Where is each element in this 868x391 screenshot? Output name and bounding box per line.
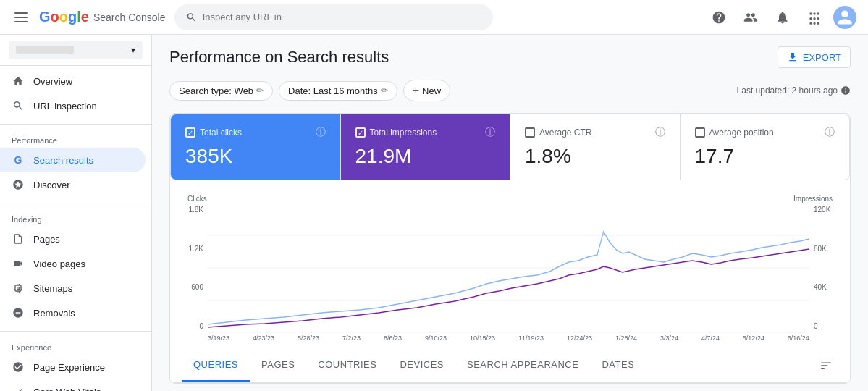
section-title-experience: Experience <box>0 337 151 355</box>
info-icon: ⓘ <box>655 126 665 139</box>
sidebar-item-sitemaps[interactable]: Sitemaps <box>0 276 146 300</box>
tab-dates[interactable]: DATES <box>590 349 646 382</box>
logo: Google Search Console <box>39 9 166 25</box>
apps-icon[interactable] <box>801 4 827 30</box>
checkbox-impressions <box>355 127 366 138</box>
sidebar-item-label: URL inspection <box>33 101 97 112</box>
search-bar[interactable] <box>174 4 493 30</box>
sidebar: ▾ Overview URL inspection Performance G <box>0 35 152 391</box>
filter-icon[interactable] <box>814 349 838 382</box>
sidebar-item-label: Discover <box>33 180 70 190</box>
topbar-icons <box>706 4 856 30</box>
main-content: Performance on Search results EXPORT Sea… <box>152 35 868 391</box>
metric-average-ctr[interactable]: Average CTR ⓘ 1.8% <box>510 114 681 180</box>
metric-value-position: 17.7 <box>695 145 835 168</box>
sidebar-item-page-experience[interactable]: Page Experience <box>0 355 146 379</box>
star-icon <box>12 178 25 191</box>
menu-button[interactable] <box>12 9 30 25</box>
sidebar-item-label: Page Experience <box>33 362 105 373</box>
divider <box>0 203 151 203</box>
metrics-row: Total clicks ⓘ 385K Total impressions ⓘ … <box>170 114 850 180</box>
y-right-label: Impressions <box>793 195 833 203</box>
users-icon[interactable] <box>738 4 764 30</box>
removals-icon <box>12 306 25 319</box>
filters-row: Search type: Web ✏ Date: Last 16 months … <box>169 80 851 101</box>
nav-performance-section: Performance G Search results Discover <box>0 127 151 200</box>
sidebar-item-label: Search results <box>33 155 93 166</box>
avatar[interactable] <box>833 6 856 29</box>
date-filter[interactable]: Date: Last 16 months ✏ <box>279 81 397 101</box>
metric-label: Total impressions ⓘ <box>355 126 496 139</box>
chart-container: Total clicks ⓘ 385K Total impressions ⓘ … <box>169 113 851 384</box>
sidebar-item-label: Removals <box>33 308 75 319</box>
tab-pages[interactable]: PAGES <box>250 349 306 382</box>
notifications-icon[interactable] <box>770 4 796 30</box>
sidebar-item-label: Sitemaps <box>33 283 72 294</box>
metric-label: Total clicks ⓘ <box>185 126 326 139</box>
metric-value-clicks: 385K <box>185 145 326 168</box>
search-type-label: Search type: Web <box>179 85 253 96</box>
tab-queries[interactable]: QUERIES <box>182 349 250 382</box>
tab-devices[interactable]: DEVICES <box>388 349 455 382</box>
property-dropdown[interactable]: ▾ <box>9 41 143 59</box>
info-icon <box>840 85 851 96</box>
section-title-indexing: Indexing <box>0 209 151 227</box>
page-header: Performance on Search results EXPORT <box>169 46 851 68</box>
sidebar-item-url-inspection[interactable]: URL inspection <box>0 93 146 118</box>
metric-average-position[interactable]: Average position ⓘ 17.7 <box>681 114 850 180</box>
help-icon[interactable] <box>706 4 732 30</box>
search-input[interactable] <box>203 12 481 22</box>
checkbox-ctr <box>525 127 535 138</box>
sidebar-item-video-pages[interactable]: Video pages <box>0 251 146 276</box>
search-type-filter[interactable]: Search type: Web ✏ <box>169 81 273 101</box>
chart-svg-container: 3/19/23 4/23/23 5/28/23 7/2/23 8/6/23 9/… <box>208 203 809 343</box>
sidebar-item-label: Core Web Vitals <box>33 387 101 392</box>
last-updated: Last updated: 2 hours ago <box>737 85 851 96</box>
tab-countries[interactable]: COUNTRIES <box>306 349 388 382</box>
metric-label: Average CTR ⓘ <box>525 126 665 139</box>
new-label: New <box>422 85 441 96</box>
last-updated-text: Last updated: 2 hours ago <box>737 85 838 96</box>
x-axis-labels: 3/19/23 4/23/23 5/28/23 7/2/23 8/6/23 9/… <box>208 333 809 343</box>
metric-total-clicks[interactable]: Total clicks ⓘ 385K <box>171 114 341 180</box>
sidebar-item-pages[interactable]: Pages <box>0 227 146 251</box>
sidebar-item-overview[interactable]: Overview <box>0 69 146 93</box>
date-label: Date: Last 16 months <box>288 85 378 96</box>
metric-total-impressions[interactable]: Total impressions ⓘ 21.9M <box>341 114 511 180</box>
google-g-icon: G <box>12 154 25 167</box>
edit-icon: ✏ <box>256 85 264 96</box>
experience-icon <box>12 361 25 374</box>
search-icon <box>186 12 197 23</box>
page-title: Performance on Search results <box>169 48 389 67</box>
sidebar-item-discover[interactable]: Discover <box>0 172 146 197</box>
sidebar-item-label: Video pages <box>33 258 85 269</box>
info-icon: ⓘ <box>316 126 326 139</box>
info-icon: ⓘ <box>485 126 495 139</box>
chart-axis-labels: Clicks Impressions <box>182 192 838 203</box>
property-selector: ▾ <box>0 35 151 66</box>
y-axis-left: 1.8K 1.2K 600 0 <box>182 203 205 333</box>
chevron-down-icon: ▾ <box>131 45 135 55</box>
main-layout: ▾ Overview URL inspection Performance G <box>0 35 868 391</box>
sidebar-item-core-web-vitals[interactable]: Core Web Vitals <box>0 379 146 391</box>
vitals-icon <box>12 385 25 391</box>
search-icon <box>12 99 25 112</box>
sidebar-item-search-results[interactable]: G Search results <box>0 148 146 172</box>
nav-indexing-section: Indexing Pages Video pages Sitemaps <box>0 206 151 328</box>
tab-search-appearance[interactable]: SEARCH APPEARANCE <box>455 349 590 382</box>
chart-svg <box>208 203 809 333</box>
checkbox-clicks <box>185 127 195 138</box>
sidebar-item-label: Pages <box>33 234 60 245</box>
plus-icon: + <box>413 84 419 97</box>
y-left-label: Clicks <box>187 195 207 203</box>
divider <box>0 331 151 332</box>
export-button[interactable]: EXPORT <box>778 46 851 68</box>
pages-icon <box>12 232 25 245</box>
checkbox-position <box>695 127 705 138</box>
edit-icon: ✏ <box>381 85 388 96</box>
home-icon <box>12 75 25 88</box>
new-filter-button[interactable]: + New <box>403 80 450 101</box>
nav-experience-section: Experience Page Experience Core Web Vita… <box>0 335 151 391</box>
metric-value-ctr: 1.8% <box>525 145 665 168</box>
sidebar-item-removals[interactable]: Removals <box>0 300 146 325</box>
